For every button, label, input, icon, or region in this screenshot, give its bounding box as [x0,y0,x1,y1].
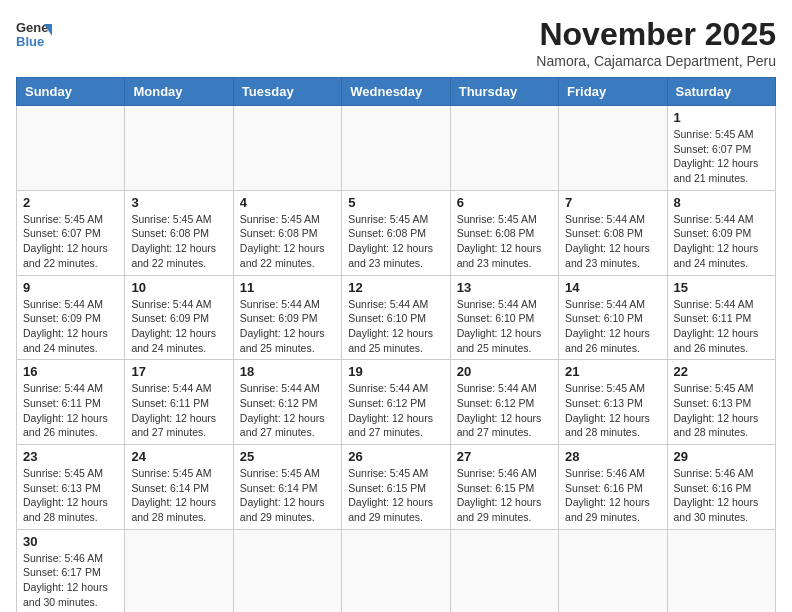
day-info: Sunrise: 5:44 AM Sunset: 6:11 PM Dayligh… [674,297,769,356]
day-number: 26 [348,449,443,464]
logo-icon: General Blue [16,16,52,52]
svg-text:Blue: Blue [16,34,44,49]
day-info: Sunrise: 5:46 AM Sunset: 6:16 PM Dayligh… [565,466,660,525]
table-row: 26Sunrise: 5:45 AM Sunset: 6:15 PM Dayli… [342,445,450,530]
table-row: 17Sunrise: 5:44 AM Sunset: 6:11 PM Dayli… [125,360,233,445]
day-number: 17 [131,364,226,379]
day-number: 5 [348,195,443,210]
table-row [17,106,125,191]
table-row [342,529,450,612]
table-row: 20Sunrise: 5:44 AM Sunset: 6:12 PM Dayli… [450,360,558,445]
day-number: 22 [674,364,769,379]
day-info: Sunrise: 5:44 AM Sunset: 6:11 PM Dayligh… [23,381,118,440]
table-row: 16Sunrise: 5:44 AM Sunset: 6:11 PM Dayli… [17,360,125,445]
header-tuesday: Tuesday [233,78,341,106]
day-number: 19 [348,364,443,379]
day-number: 29 [674,449,769,464]
day-number: 15 [674,280,769,295]
title-area: November 2025 Namora, Cajamarca Departme… [536,16,776,69]
day-info: Sunrise: 5:45 AM Sunset: 6:08 PM Dayligh… [131,212,226,271]
day-info: Sunrise: 5:45 AM Sunset: 6:14 PM Dayligh… [131,466,226,525]
day-number: 20 [457,364,552,379]
day-info: Sunrise: 5:44 AM Sunset: 6:12 PM Dayligh… [240,381,335,440]
day-number: 9 [23,280,118,295]
logo: General Blue [16,16,52,52]
location-subtitle: Namora, Cajamarca Department, Peru [536,53,776,69]
day-number: 14 [565,280,660,295]
day-number: 27 [457,449,552,464]
table-row: 24Sunrise: 5:45 AM Sunset: 6:14 PM Dayli… [125,445,233,530]
day-info: Sunrise: 5:44 AM Sunset: 6:09 PM Dayligh… [23,297,118,356]
table-row [233,106,341,191]
calendar-week-row: 2Sunrise: 5:45 AM Sunset: 6:07 PM Daylig… [17,190,776,275]
header-wednesday: Wednesday [342,78,450,106]
table-row [559,106,667,191]
table-row: 28Sunrise: 5:46 AM Sunset: 6:16 PM Dayli… [559,445,667,530]
table-row: 29Sunrise: 5:46 AM Sunset: 6:16 PM Dayli… [667,445,775,530]
day-info: Sunrise: 5:44 AM Sunset: 6:12 PM Dayligh… [457,381,552,440]
day-info: Sunrise: 5:46 AM Sunset: 6:15 PM Dayligh… [457,466,552,525]
day-number: 30 [23,534,118,549]
table-row [342,106,450,191]
day-info: Sunrise: 5:44 AM Sunset: 6:09 PM Dayligh… [674,212,769,271]
table-row [233,529,341,612]
day-number: 18 [240,364,335,379]
table-row: 23Sunrise: 5:45 AM Sunset: 6:13 PM Dayli… [17,445,125,530]
calendar-week-row: 30Sunrise: 5:46 AM Sunset: 6:17 PM Dayli… [17,529,776,612]
day-number: 3 [131,195,226,210]
day-info: Sunrise: 5:45 AM Sunset: 6:13 PM Dayligh… [23,466,118,525]
day-info: Sunrise: 5:45 AM Sunset: 6:07 PM Dayligh… [23,212,118,271]
day-info: Sunrise: 5:44 AM Sunset: 6:09 PM Dayligh… [240,297,335,356]
table-row: 9Sunrise: 5:44 AM Sunset: 6:09 PM Daylig… [17,275,125,360]
days-header-row: Sunday Monday Tuesday Wednesday Thursday… [17,78,776,106]
table-row: 2Sunrise: 5:45 AM Sunset: 6:07 PM Daylig… [17,190,125,275]
day-info: Sunrise: 5:45 AM Sunset: 6:08 PM Dayligh… [348,212,443,271]
day-info: Sunrise: 5:45 AM Sunset: 6:08 PM Dayligh… [457,212,552,271]
day-info: Sunrise: 5:44 AM Sunset: 6:10 PM Dayligh… [565,297,660,356]
month-title: November 2025 [536,16,776,53]
day-number: 2 [23,195,118,210]
day-number: 10 [131,280,226,295]
calendar-table: Sunday Monday Tuesday Wednesday Thursday… [16,77,776,612]
day-number: 23 [23,449,118,464]
day-number: 11 [240,280,335,295]
table-row [125,529,233,612]
table-row [450,106,558,191]
table-row: 11Sunrise: 5:44 AM Sunset: 6:09 PM Dayli… [233,275,341,360]
day-info: Sunrise: 5:44 AM Sunset: 6:10 PM Dayligh… [348,297,443,356]
table-row: 15Sunrise: 5:44 AM Sunset: 6:11 PM Dayli… [667,275,775,360]
table-row: 5Sunrise: 5:45 AM Sunset: 6:08 PM Daylig… [342,190,450,275]
table-row: 19Sunrise: 5:44 AM Sunset: 6:12 PM Dayli… [342,360,450,445]
day-info: Sunrise: 5:46 AM Sunset: 6:16 PM Dayligh… [674,466,769,525]
table-row: 3Sunrise: 5:45 AM Sunset: 6:08 PM Daylig… [125,190,233,275]
header-sunday: Sunday [17,78,125,106]
header-saturday: Saturday [667,78,775,106]
day-number: 13 [457,280,552,295]
table-row: 6Sunrise: 5:45 AM Sunset: 6:08 PM Daylig… [450,190,558,275]
table-row: 7Sunrise: 5:44 AM Sunset: 6:08 PM Daylig… [559,190,667,275]
calendar-week-row: 16Sunrise: 5:44 AM Sunset: 6:11 PM Dayli… [17,360,776,445]
table-row [667,529,775,612]
table-row [450,529,558,612]
table-row: 13Sunrise: 5:44 AM Sunset: 6:10 PM Dayli… [450,275,558,360]
header-monday: Monday [125,78,233,106]
table-row: 21Sunrise: 5:45 AM Sunset: 6:13 PM Dayli… [559,360,667,445]
day-number: 1 [674,110,769,125]
day-info: Sunrise: 5:45 AM Sunset: 6:15 PM Dayligh… [348,466,443,525]
header-friday: Friday [559,78,667,106]
page-header: General Blue November 2025 Namora, Cajam… [16,16,776,69]
day-number: 21 [565,364,660,379]
table-row: 22Sunrise: 5:45 AM Sunset: 6:13 PM Dayli… [667,360,775,445]
table-row: 27Sunrise: 5:46 AM Sunset: 6:15 PM Dayli… [450,445,558,530]
day-number: 8 [674,195,769,210]
day-number: 25 [240,449,335,464]
day-info: Sunrise: 5:46 AM Sunset: 6:17 PM Dayligh… [23,551,118,610]
day-info: Sunrise: 5:44 AM Sunset: 6:09 PM Dayligh… [131,297,226,356]
table-row: 10Sunrise: 5:44 AM Sunset: 6:09 PM Dayli… [125,275,233,360]
day-info: Sunrise: 5:45 AM Sunset: 6:07 PM Dayligh… [674,127,769,186]
day-number: 12 [348,280,443,295]
day-info: Sunrise: 5:44 AM Sunset: 6:12 PM Dayligh… [348,381,443,440]
day-info: Sunrise: 5:45 AM Sunset: 6:14 PM Dayligh… [240,466,335,525]
day-info: Sunrise: 5:45 AM Sunset: 6:08 PM Dayligh… [240,212,335,271]
table-row [559,529,667,612]
